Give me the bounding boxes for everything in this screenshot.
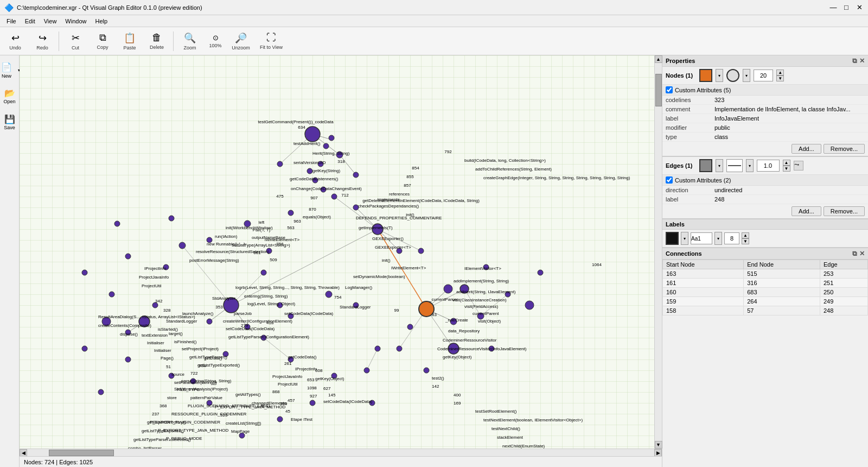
node-shape-dropdown[interactable]: ▾ (743, 69, 750, 82)
node-size-down[interactable]: ▼ (776, 75, 784, 81)
paste-button[interactable]: 📋 Paste (117, 29, 143, 54)
label-font-dropdown[interactable]: ▾ (714, 232, 722, 245)
svg-text:setCodeData(ICodeData): setCodeData(ICodeData) (284, 311, 334, 316)
menu-view[interactable]: View (40, 17, 61, 26)
edge-line-style[interactable] (726, 159, 743, 172)
hscroll-right-button[interactable]: ▶ (654, 449, 662, 457)
attr-value: 323 (711, 96, 868, 105)
connection-row[interactable]: 161316251 (663, 279, 868, 288)
svg-text:661: 661 (253, 250, 261, 255)
svg-point-67 (525, 301, 534, 310)
open-icon: 📂 (4, 88, 15, 98)
node-custom-attrs-header: Custom Attributes (5) (662, 85, 868, 96)
svg-point-39 (331, 194, 337, 199)
attr-key: comment (662, 105, 711, 114)
vscroll-track[interactable] (655, 63, 662, 441)
redo-button[interactable]: ↪ Redo (29, 29, 55, 54)
label-font-input[interactable]: Aa1 (691, 232, 712, 244)
node-shape-selector[interactable] (726, 69, 739, 82)
svg-text:currentParent: currentParent (473, 311, 499, 316)
connection-row[interactable]: 163515253 (663, 269, 868, 279)
node-color-dropdown[interactable]: ▾ (716, 69, 723, 82)
node-color-swatch[interactable] (699, 69, 712, 82)
edge-color-swatch[interactable] (699, 159, 712, 172)
edge-style-button[interactable]: ⤳ (794, 161, 803, 171)
svg-text:328: 328 (163, 308, 171, 313)
unzoom-button[interactable]: 🔎 Unzoom (228, 29, 254, 54)
svg-text:IProjectInfo: IProjectInfo (295, 367, 317, 371)
close-button[interactable]: ✕ (855, 3, 864, 12)
save-button[interactable]: 💾 Save (1, 110, 19, 135)
zoom-in-button[interactable]: 🔍 Zoom (177, 29, 203, 54)
properties-float-button[interactable]: ⧉ (852, 57, 857, 65)
vscroll-up-button[interactable]: ▲ (655, 55, 662, 63)
node-attrs-checkbox[interactable] (666, 86, 673, 93)
copy-button[interactable]: ⧉ Copy (90, 29, 116, 54)
connection-row[interactable]: 160683250 (663, 288, 868, 297)
graph-svg: testGetCommand(Present()) _codeData test… (20, 55, 654, 449)
svg-text:563: 563 (287, 225, 295, 230)
edge-width-up[interactable]: ▲ (783, 160, 790, 166)
properties-close-button[interactable]: ✕ (859, 57, 865, 65)
svg-point-24 (305, 127, 320, 142)
label-size-input[interactable]: 8 (724, 232, 739, 244)
edge-width-input[interactable]: 1.0 (757, 160, 780, 172)
canvas-vscroll[interactable]: ▲ ▼ (654, 55, 662, 449)
vscroll-thumb[interactable] (655, 74, 662, 106)
hscroll-thumb[interactable] (49, 450, 114, 456)
maximize-button[interactable]: □ (842, 3, 851, 12)
edges-section: Edges (1) ▾ ▾ 1.0 ▲ ▼ ⤳ Custom Attribute… (662, 157, 868, 219)
canvas-hscroll[interactable]: ◀ ▶ (20, 449, 662, 456)
node-size-input[interactable]: 20 (754, 70, 773, 81)
edge-attrs-checkbox[interactable] (666, 176, 673, 184)
edge-line-dropdown[interactable]: ▾ (746, 159, 754, 172)
hscroll-track[interactable] (27, 449, 654, 456)
menu-edit[interactable]: Edit (21, 17, 40, 26)
node-add-attr-button[interactable]: Add... (792, 144, 821, 154)
menu-window[interactable]: Window (61, 17, 91, 26)
attr-value: InfoJavaElement (711, 114, 868, 123)
svg-text:entering(String, String): entering(String, String) (244, 294, 288, 299)
svg-point-80 (82, 346, 87, 351)
svg-text:getImplements(T): getImplements(T) (359, 225, 393, 230)
svg-text:init(): init() (406, 212, 414, 217)
label-color-swatch[interactable] (666, 232, 679, 245)
conn-edge: 250 (820, 288, 867, 297)
edges-row: Edges (1) ▾ ▾ 1.0 ▲ ▼ ⤳ (662, 157, 868, 175)
connection-row[interactable]: 15857248 (663, 306, 868, 315)
svg-text:getListTypeParser>Selected(): getListTypeParser>Selected() (133, 437, 191, 442)
delete-button[interactable]: 🗑 Delete (144, 29, 170, 54)
node-remove-attr-button[interactable]: Remove... (824, 144, 865, 154)
graph-canvas[interactable]: testGetCommand(Present()) _codeData test… (20, 55, 654, 449)
edge-remove-attr-button[interactable]: Remove... (824, 206, 865, 216)
connection-row[interactable]: 159264249 (663, 297, 868, 306)
svg-text:store: store (167, 395, 177, 400)
menu-help[interactable]: Help (91, 17, 112, 26)
new-button[interactable]: 📄 New (0, 58, 16, 83)
svg-text:StdAnalyser: StdAnalyser (212, 296, 235, 301)
fit-view-button[interactable]: ⛶ Fit to View (255, 29, 288, 54)
connections-float-button[interactable]: ⧉ (852, 250, 857, 257)
connections-close-button[interactable]: ✕ (859, 250, 865, 257)
label-size-down[interactable]: ▼ (742, 238, 749, 244)
minimize-button[interactable]: — (829, 3, 838, 12)
svg-text:653: 653 (307, 377, 315, 382)
zoom-percent-button[interactable]: ⊙ 100% (204, 29, 227, 54)
svg-point-63 (326, 291, 332, 298)
node-size-up[interactable]: ▲ (776, 70, 784, 75)
svg-text:400: 400 (454, 393, 461, 397)
open-button[interactable]: 📂 Open (1, 84, 19, 109)
hscroll-left-button[interactable]: ◀ (20, 449, 27, 457)
menu-file[interactable]: File (2, 17, 21, 26)
label-size-up[interactable]: ▲ (742, 232, 749, 238)
svg-point-35 (307, 168, 312, 174)
edge-add-attr-button[interactable]: Add... (792, 206, 821, 216)
connections-scroll[interactable]: Start Node End Node Edge 163515253161316… (662, 260, 868, 467)
edge-width-down[interactable]: ▼ (783, 166, 790, 172)
titlebar-title: C:\temp\codeminer.xgr - Qt Visual Graph … (17, 4, 202, 11)
cut-button[interactable]: ✂ Cut (62, 29, 88, 54)
vscroll-down-button[interactable]: ▼ (655, 441, 662, 449)
label-color-dropdown[interactable]: ▾ (681, 232, 688, 245)
undo-button[interactable]: ↩ Undo (2, 29, 28, 54)
edge-color-dropdown[interactable]: ▾ (716, 159, 723, 172)
